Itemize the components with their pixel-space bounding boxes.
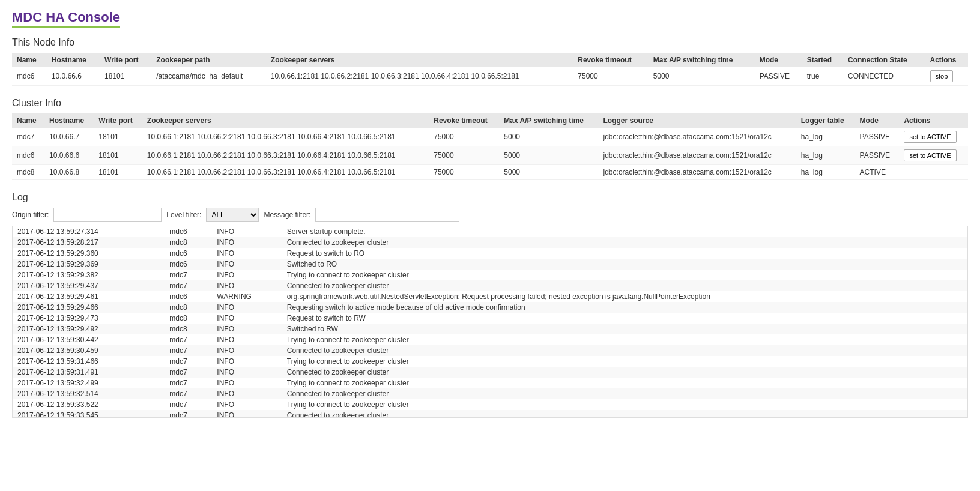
log-level: INFO — [212, 226, 282, 237]
log-timestamp: 2017-06-12 13:59:27.314 — [13, 226, 165, 237]
cell-hostname: 10.0.66.6 — [47, 67, 100, 86]
log-level: INFO — [212, 334, 282, 345]
col-connection-state: Connection State — [843, 53, 925, 67]
level-filter-select[interactable]: ALLINFOWARNINGERROR — [206, 208, 259, 222]
log-timestamp: 2017-06-12 13:59:33.522 — [13, 399, 165, 410]
log-timestamp: 2017-06-12 13:59:32.499 — [13, 378, 165, 388]
cell-mode: PASSIVE — [855, 146, 900, 165]
log-message: Trying to connect to zookeeper cluster — [282, 356, 967, 367]
cell-actions — [899, 165, 968, 180]
log-timestamp: 2017-06-12 13:59:32.514 — [13, 388, 165, 399]
col-hostname: Hostname — [44, 113, 94, 128]
this-node-table: Name Hostname Write port Zookeeper path … — [12, 53, 968, 86]
log-level: INFO — [212, 280, 282, 291]
col-logger-source: Logger source — [599, 113, 796, 128]
cell-write-port: 18101 — [94, 165, 142, 180]
cell-started: true — [802, 67, 843, 86]
log-timestamp: 2017-06-12 13:59:29.466 — [13, 302, 165, 313]
log-node: mdc7 — [165, 367, 212, 378]
log-timestamp: 2017-06-12 13:59:29.461 — [13, 291, 165, 302]
log-node: mdc8 — [165, 237, 212, 248]
log-node: mdc8 — [165, 302, 212, 313]
cell-hostname: 10.0.66.7 — [44, 128, 94, 146]
log-timestamp: 2017-06-12 13:59:28.217 — [13, 237, 165, 248]
log-node: mdc7 — [165, 378, 212, 388]
log-node: mdc7 — [165, 410, 212, 418]
log-timestamp: 2017-06-12 13:59:29.382 — [13, 270, 165, 280]
log-message: Trying to connect to zookeeper cluster — [282, 334, 967, 345]
set-active-button[interactable]: set to ACTIVE — [904, 149, 956, 161]
cell-hostname: 10.0.66.8 — [44, 165, 94, 180]
cell-zk-servers: 10.0.66.1:2181 10.0.66.2:2181 10.0.66.3:… — [142, 165, 429, 180]
log-row: 2017-06-12 13:59:33.545 mdc7 INFO Connec… — [13, 410, 967, 418]
message-filter-input[interactable] — [315, 208, 459, 222]
cell-write-port: 18101 — [94, 146, 142, 165]
table-row: mdc7 10.0.66.7 18101 10.0.66.1:2181 10.0… — [12, 128, 968, 146]
col-logger-table: Logger table — [796, 113, 855, 128]
col-zk-path: Zookeeper path — [151, 53, 266, 67]
log-node: mdc8 — [165, 324, 212, 334]
stop-button[interactable]: stop — [930, 70, 954, 82]
log-level: INFO — [212, 324, 282, 334]
col-actions: Actions — [925, 53, 969, 67]
log-timestamp: 2017-06-12 13:59:29.437 — [13, 280, 165, 291]
cluster-section: Cluster Info Name Hostname Write port Zo… — [12, 98, 968, 180]
message-filter-label: Message filter: — [264, 211, 310, 219]
cell-zk-servers: 10.0.66.1:2181 10.0.66.2:2181 10.0.66.3:… — [142, 128, 429, 146]
log-row: 2017-06-12 13:59:29.360 mdc6 INFO Reques… — [13, 248, 967, 259]
log-level: INFO — [212, 399, 282, 410]
log-message: Request to switch to RW — [282, 313, 967, 324]
log-level: INFO — [212, 378, 282, 388]
log-node: mdc7 — [165, 334, 212, 345]
log-container[interactable]: 2017-06-12 13:59:27.314 mdc6 INFO Server… — [12, 226, 968, 418]
log-node: mdc8 — [165, 313, 212, 324]
cell-max-ap: 5000 — [499, 128, 598, 146]
log-row: 2017-06-12 13:59:29.461 mdc6 WARNING org… — [13, 291, 967, 302]
cluster-table: Name Hostname Write port Zookeeper serve… — [12, 113, 968, 180]
cell-revoke-timeout: 75000 — [429, 165, 499, 180]
log-row: 2017-06-12 13:59:29.466 mdc8 INFO Reques… — [13, 302, 967, 313]
log-level: INFO — [212, 248, 282, 259]
cell-mode: ACTIVE — [855, 165, 900, 180]
log-row: 2017-06-12 13:59:29.437 mdc7 INFO Connec… — [13, 280, 967, 291]
log-row: 2017-06-12 13:59:29.492 mdc8 INFO Switch… — [13, 324, 967, 334]
log-node: mdc6 — [165, 248, 212, 259]
cell-revoke-timeout: 75000 — [429, 128, 499, 146]
log-title: Log — [12, 192, 968, 203]
log-row: 2017-06-12 13:59:29.369 mdc6 INFO Switch… — [13, 259, 967, 270]
log-timestamp: 2017-06-12 13:59:29.473 — [13, 313, 165, 324]
cell-hostname: 10.0.66.6 — [44, 146, 94, 165]
log-message: Connected to zookeeper cluster — [282, 280, 967, 291]
cell-write-port: 18101 — [100, 67, 151, 86]
log-row: 2017-06-12 13:59:30.459 mdc7 INFO Connec… — [13, 345, 967, 356]
col-mode: Mode — [755, 53, 802, 67]
cell-zk-servers: 10.0.66.1:2181 10.0.66.2:2181 10.0.66.3:… — [142, 146, 429, 165]
set-active-button[interactable]: set to ACTIVE — [904, 131, 956, 143]
log-row: 2017-06-12 13:59:29.382 mdc7 INFO Trying… — [13, 270, 967, 280]
page-title: MDC HA Console — [12, 10, 120, 28]
log-message: Switched to RW — [282, 324, 967, 334]
log-node: mdc7 — [165, 270, 212, 280]
log-message: Connected to zookeeper cluster — [282, 410, 967, 418]
col-zk-servers: Zookeeper servers — [266, 53, 573, 67]
col-max-ap: Max A/P switching time — [649, 53, 755, 67]
col-write-port: Write port — [100, 53, 151, 67]
log-message: Connected to zookeeper cluster — [282, 388, 967, 399]
log-message: Switched to RO — [282, 259, 967, 270]
cell-actions: stop — [925, 67, 969, 86]
log-table: 2017-06-12 13:59:27.314 mdc6 INFO Server… — [13, 226, 967, 418]
col-name: Name — [12, 53, 47, 67]
log-message: Connected to zookeeper cluster — [282, 345, 967, 356]
this-node-title: This Node Info — [12, 37, 968, 48]
table-row: mdc8 10.0.66.8 18101 10.0.66.1:2181 10.0… — [12, 165, 968, 180]
log-level: INFO — [212, 356, 282, 367]
cell-name: mdc6 — [12, 146, 44, 165]
log-node: mdc7 — [165, 388, 212, 399]
log-node: mdc7 — [165, 280, 212, 291]
log-level: INFO — [212, 367, 282, 378]
col-revoke-timeout: Revoke timeout — [573, 53, 648, 67]
cell-zk-path: /ataccama/mdc_ha_default — [151, 67, 266, 86]
log-node: mdc7 — [165, 345, 212, 356]
origin-filter-input[interactable] — [53, 208, 162, 222]
cell-logger-source: jdbc:oracle:thin:@dbase.ataccama.com:152… — [599, 146, 796, 165]
